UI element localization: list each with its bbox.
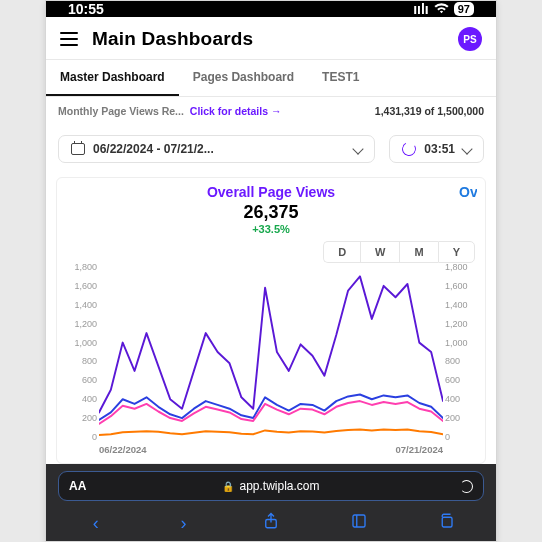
host: app.twipla.com (239, 479, 319, 493)
next-card-peek[interactable]: Ov (459, 184, 477, 200)
svg-rect-1 (353, 515, 365, 527)
chevron-down-icon (461, 143, 472, 154)
quota-banner[interactable]: Monthly Page Views Re... Click for detai… (46, 97, 496, 125)
reload-icon (401, 140, 418, 157)
svg-rect-2 (442, 517, 452, 527)
share-button[interactable] (251, 512, 291, 535)
calendar-icon (71, 143, 85, 155)
controls-row: 06/22/2024 - 07/21/2... 03:51 (46, 125, 496, 171)
segment-w[interactable]: W (360, 241, 399, 263)
quota-value: 1,431,319 of 1,500,000 (375, 105, 484, 117)
segment-m[interactable]: M (399, 241, 437, 263)
wifi-icon (434, 1, 449, 17)
phone-frame: 10:55 ıılı 97 Main Dashboards PS Master … (45, 0, 497, 542)
status-time: 10:55 (68, 1, 104, 17)
app-bar: Main Dashboards PS (46, 17, 496, 59)
chart-card: Overall Page Views Ov 26,375 +33.5% D W … (56, 177, 486, 464)
x-start: 06/22/2024 (99, 444, 147, 455)
address-bar[interactable]: AA 🔒 app.twipla.com (58, 471, 484, 501)
tab-master-dashboard[interactable]: Master Dashboard (46, 60, 179, 96)
signal-icon: ıılı (413, 1, 429, 17)
tab-test1[interactable]: TEST1 (308, 60, 373, 96)
refresh-time: 03:51 (424, 142, 455, 156)
date-range-picker[interactable]: 06/22/2024 - 07/21/2... (58, 135, 375, 163)
metric-delta: +33.5% (65, 223, 477, 235)
reload-icon[interactable] (460, 480, 473, 493)
back-button[interactable]: ‹ (76, 513, 116, 534)
quota-link[interactable]: Click for details → (190, 105, 282, 117)
browser-toolbar: ‹ › (46, 508, 496, 537)
period-segment: D W M Y (67, 241, 475, 263)
segment-y[interactable]: Y (438, 241, 475, 263)
page-title: Main Dashboards (92, 28, 253, 50)
metric-value: 26,375 (65, 202, 477, 223)
hamburger-icon[interactable] (60, 32, 78, 46)
refresh-control[interactable]: 03:51 (389, 135, 484, 163)
lock-icon: 🔒 (222, 481, 234, 492)
tabs: Master Dashboard Pages Dashboard TEST1 (46, 59, 496, 97)
safari-chrome: AA 🔒 app.twipla.com ‹ › (46, 464, 496, 542)
status-bar: 10:55 ıılı 97 (46, 1, 496, 17)
text-size-button[interactable]: AA (69, 479, 86, 493)
chart-title: Overall Page Views (65, 184, 477, 200)
date-range-value: 06/22/2024 - 07/21/2... (93, 142, 214, 156)
battery-badge: 97 (454, 2, 474, 16)
line-chart: 06/22/2024 07/21/2024 002002004004006006… (65, 267, 477, 455)
quota-label: Monthly Page Views Re... (58, 105, 184, 117)
forward-button[interactable]: › (163, 513, 203, 534)
chevron-down-icon (353, 143, 364, 154)
tab-pages-dashboard[interactable]: Pages Dashboard (179, 60, 308, 96)
avatar[interactable]: PS (458, 27, 482, 51)
segment-d[interactable]: D (323, 241, 360, 263)
bookmarks-button[interactable] (339, 512, 379, 535)
x-end: 07/21/2024 (395, 444, 443, 455)
tabs-button[interactable] (426, 512, 466, 535)
x-axis: 06/22/2024 07/21/2024 (99, 444, 443, 455)
status-right: ıılı 97 (413, 1, 474, 17)
chart-svg (99, 267, 443, 437)
